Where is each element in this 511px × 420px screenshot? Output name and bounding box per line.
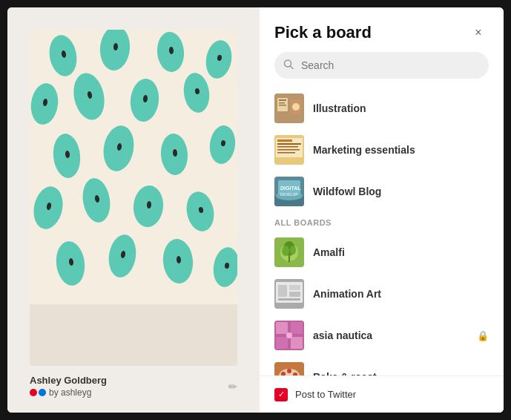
all-boards-label: All Boards [260, 212, 504, 232]
board-name-amalfi: Amalfi [313, 246, 489, 258]
pin-image-wrapper [30, 30, 237, 366]
dot-blue [39, 389, 46, 396]
board-item-illustration[interactable]: Illustration [260, 88, 504, 129]
dot-red [30, 389, 37, 396]
board-item-animation[interactable]: Animation Art [260, 273, 504, 315]
pin-author-name: Ashley Goldberg [30, 375, 107, 386]
board-item-amalfi[interactable]: Amalfi [260, 232, 504, 273]
board-name-asia: asia nautica [313, 329, 468, 341]
board-name-animation: Animation Art [313, 288, 489, 300]
pin-preview-panel: Ashley Goldberg by ashleyg ✏ [7, 7, 260, 413]
pin-author-meta: by ashleyg [30, 387, 107, 398]
close-icon: × [475, 26, 481, 39]
board-thumb-wildfowl: DIGITAL DEVELOP [274, 177, 304, 206]
board-thumb-asia [274, 321, 304, 350]
edit-icon[interactable]: ✏ [228, 381, 237, 393]
post-to-twitter-label: Post to Twitter [295, 389, 356, 400]
lock-icon: 🔒 [477, 330, 489, 341]
board-name-illustration: Illustration [313, 102, 489, 114]
svg-rect-55 [277, 149, 300, 151]
svg-rect-54 [277, 146, 298, 148]
pin-author-row: Ashley Goldberg by ashleyg ✏ [30, 375, 237, 398]
svg-rect-52 [277, 140, 292, 142]
svg-point-66 [282, 246, 289, 256]
check-icon: ✓ [278, 390, 285, 399]
svg-rect-46 [279, 102, 285, 104]
svg-rect-74 [278, 298, 300, 301]
author-info: Ashley Goldberg by ashleyg [30, 375, 107, 398]
board-thumb-amalfi [274, 237, 304, 267]
svg-text:DIGITAL: DIGITAL [280, 186, 301, 191]
search-input[interactable] [274, 52, 489, 79]
modal-overlay: Ashley Goldberg by ashleyg ✏ [0, 0, 511, 420]
svg-rect-68 [289, 256, 290, 262]
twitter-checkbox[interactable]: ✓ [274, 388, 288, 401]
author-dots [30, 389, 46, 396]
svg-rect-76 [276, 322, 288, 334]
svg-rect-47 [279, 105, 286, 106]
svg-line-42 [291, 66, 294, 69]
pin-footer: Ashley Goldberg by ashleyg ✏ [7, 366, 260, 413]
svg-point-86 [287, 369, 291, 373]
modal-dialog: Ashley Goldberg by ashleyg ✏ [7, 7, 504, 413]
svg-point-67 [290, 246, 296, 255]
pin-artwork [30, 30, 237, 304]
close-button[interactable]: × [468, 22, 489, 43]
svg-rect-73 [289, 292, 300, 297]
svg-rect-77 [291, 322, 303, 334]
svg-rect-56 [277, 152, 295, 154]
board-panel-header: Pick a board × [260, 7, 504, 52]
svg-rect-71 [278, 285, 287, 297]
search-icon [283, 59, 294, 72]
modal-title: Pick a board [274, 23, 372, 42]
board-thumb-marketing [274, 135, 304, 165]
svg-rect-45 [279, 99, 286, 101]
board-name-marketing: Marketing essentials [313, 144, 489, 156]
board-item-marketing[interactable]: Marketing essentials [260, 129, 504, 171]
board-thumb-animation [274, 279, 304, 309]
board-item-asia[interactable]: asia nautica 🔒 [260, 315, 504, 356]
search-wrapper [274, 52, 489, 79]
board-list: Illustration Marke [260, 88, 504, 413]
svg-rect-53 [277, 143, 301, 145]
svg-text:DEVELOP: DEVELOP [280, 192, 298, 197]
svg-point-49 [292, 103, 300, 111]
svg-point-80 [286, 332, 292, 338]
pin-image-canvas [30, 30, 237, 304]
board-name-wildfowl: Wildfowl Blog [313, 186, 489, 197]
board-panel: Pick a board × [260, 7, 504, 413]
board-thumb-illustration [274, 93, 304, 123]
bottom-bar: ✓ Post to Twitter [260, 375, 504, 413]
pin-author-handle: by ashleyg [49, 387, 91, 398]
svg-rect-78 [276, 337, 288, 349]
svg-rect-79 [291, 337, 303, 349]
board-item-wildfowl[interactable]: DIGITAL DEVELOP Wildfowl Blog [260, 171, 504, 212]
svg-rect-72 [289, 285, 300, 290]
